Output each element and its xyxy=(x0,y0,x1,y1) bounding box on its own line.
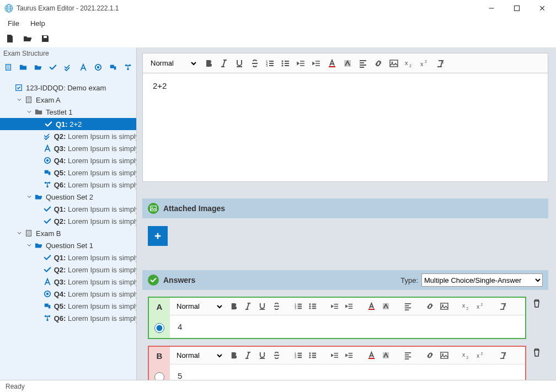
minimize-button[interactable] xyxy=(479,0,504,17)
add-image-button[interactable] xyxy=(148,226,168,246)
image-icon[interactable] xyxy=(439,351,449,361)
superscript-icon[interactable] xyxy=(420,58,430,68)
bold-icon[interactable] xyxy=(204,58,213,68)
tb-check2-icon[interactable] xyxy=(63,62,73,72)
tree-qa-4[interactable]: Q5: Lorem Ipsum is simply du xyxy=(0,167,136,179)
sup-icon[interactable] xyxy=(475,351,485,361)
menu-file[interactable]: File xyxy=(3,18,24,29)
align-icon[interactable] xyxy=(358,58,368,68)
format-select[interactable]: Normal xyxy=(148,57,198,70)
tree-qc-5[interactable]: Q6: Lorem Ipsum is simply du xyxy=(0,312,136,324)
delete-answer-icon[interactable] xyxy=(531,297,543,339)
clear-icon[interactable] xyxy=(498,302,507,312)
menu-help[interactable]: Help xyxy=(26,18,50,29)
maximize-button[interactable] xyxy=(504,0,530,17)
outdent-icon[interactable] xyxy=(330,302,340,312)
answer-type-select[interactable]: Multiple Choice/Single-Answer xyxy=(421,273,543,287)
tree-exam-a[interactable]: Exam A xyxy=(0,94,136,106)
delete-answer-icon[interactable] xyxy=(531,346,543,380)
image-icon[interactable] xyxy=(389,58,399,68)
bold-icon[interactable] xyxy=(228,351,238,361)
caret-icon xyxy=(17,230,22,236)
tb-font-icon[interactable] xyxy=(78,62,88,72)
tree-exam-b[interactable]: Exam B xyxy=(0,227,136,239)
tree-qa-2[interactable]: Q3: Lorem Ipsum is simply du xyxy=(0,142,136,154)
strike-icon[interactable] xyxy=(271,302,281,312)
strike-icon[interactable] xyxy=(271,351,281,361)
align-icon[interactable] xyxy=(403,302,413,312)
ul-icon[interactable] xyxy=(308,351,318,361)
indent-icon[interactable] xyxy=(344,351,354,361)
link-icon[interactable] xyxy=(373,58,383,68)
tree-qa-3[interactable]: Q4: Lorem Ipsum is simply du xyxy=(0,154,136,167)
tree-qa-5[interactable]: Q6: Lorem Ipsum is simply du xyxy=(0,179,136,191)
answer-text[interactable]: 4 xyxy=(170,315,525,338)
clear-format-icon[interactable] xyxy=(435,58,445,68)
ol-icon[interactable] xyxy=(293,351,303,361)
tb-target-icon[interactable] xyxy=(93,62,103,72)
tree-qset-1b[interactable]: Question Set 1 xyxy=(0,239,136,251)
link-icon[interactable] xyxy=(425,302,435,312)
bg-color-icon[interactable] xyxy=(343,58,352,68)
italic-icon[interactable] xyxy=(243,302,253,312)
tree-qc-2[interactable]: Q3: Lorem Ipsum is simply du xyxy=(0,276,136,288)
tree-qc-4[interactable]: Q5: Lorem Ipsum is simply du xyxy=(0,300,136,312)
underline-icon[interactable] xyxy=(257,351,267,361)
underline-icon[interactable] xyxy=(257,302,267,312)
outdent-icon[interactable] xyxy=(330,351,340,361)
answer-radio-B[interactable] xyxy=(154,372,164,380)
exam-tree[interactable]: 123-IDDQD: Demo exam Exam A Testlet 1 Q1… xyxy=(0,75,136,380)
tree-qa-0[interactable]: Q1: 2+2 xyxy=(0,118,136,130)
save-button[interactable] xyxy=(40,33,51,44)
tree-qset-2[interactable]: Question Set 2 xyxy=(0,191,136,203)
open-button[interactable] xyxy=(22,33,33,44)
clear-icon[interactable] xyxy=(498,351,507,361)
image-icon[interactable] xyxy=(439,302,449,312)
color-icon[interactable] xyxy=(366,302,376,312)
answer-radio-A[interactable] xyxy=(154,323,164,333)
ol-icon[interactable] xyxy=(265,58,275,68)
tree-qb-0[interactable]: Q1: Lorem Ipsum is simply du xyxy=(0,203,136,215)
sub-icon[interactable] xyxy=(461,351,471,361)
sub-icon[interactable] xyxy=(461,302,471,312)
answer-format-select[interactable]: Normal xyxy=(174,349,224,362)
tree-qb-1[interactable]: Q2: Lorem Ipsum is simply du xyxy=(0,215,136,227)
question-text[interactable]: 2+2 xyxy=(143,73,548,181)
italic-icon[interactable] xyxy=(219,58,229,68)
text-color-icon[interactable] xyxy=(327,58,337,68)
images-header-icon xyxy=(148,203,159,214)
strike-icon[interactable] xyxy=(250,58,260,68)
subscript-icon[interactable] xyxy=(404,58,414,68)
bg-icon[interactable] xyxy=(381,302,391,312)
tb-flag-icon[interactable] xyxy=(109,62,118,72)
tree-qa-1[interactable]: Q2: Lorem Ipsum is simply du xyxy=(0,130,136,142)
tb-check-icon[interactable] xyxy=(49,62,58,72)
ol-icon[interactable] xyxy=(293,302,303,312)
color-icon[interactable] xyxy=(366,351,376,361)
tree-qc-1[interactable]: Q2: Lorem Ipsum is simply du xyxy=(0,264,136,276)
bg-icon[interactable] xyxy=(381,351,391,361)
close-button[interactable] xyxy=(530,0,555,17)
tb-folder-open-icon[interactable] xyxy=(33,62,42,72)
tree-qc-0[interactable]: Q1: Lorem Ipsum is simply du xyxy=(0,251,136,264)
italic-icon[interactable] xyxy=(243,351,253,361)
tb-folder-icon[interactable] xyxy=(18,62,28,72)
sup-icon[interactable] xyxy=(475,302,485,312)
bold-icon[interactable] xyxy=(228,302,238,312)
link-icon[interactable] xyxy=(425,351,435,361)
tb-page-icon[interactable] xyxy=(3,62,13,72)
ul-icon[interactable] xyxy=(308,302,318,312)
align-icon[interactable] xyxy=(403,351,413,361)
tree-qc-3[interactable]: Q4: Lorem Ipsum is simply du xyxy=(0,288,136,300)
new-button[interactable] xyxy=(4,33,15,44)
tree-root[interactable]: 123-IDDQD: Demo exam xyxy=(0,82,136,94)
answer-text[interactable]: 5 xyxy=(170,364,525,380)
tb-flow-icon[interactable] xyxy=(124,62,133,72)
indent-icon[interactable] xyxy=(312,58,322,68)
tree-testlet-1[interactable]: Testlet 1 xyxy=(0,106,136,118)
answer-format-select[interactable]: Normal xyxy=(174,300,224,313)
underline-icon[interactable] xyxy=(234,58,244,68)
indent-icon[interactable] xyxy=(344,302,354,312)
outdent-icon[interactable] xyxy=(296,58,306,68)
ul-icon[interactable] xyxy=(281,58,291,68)
